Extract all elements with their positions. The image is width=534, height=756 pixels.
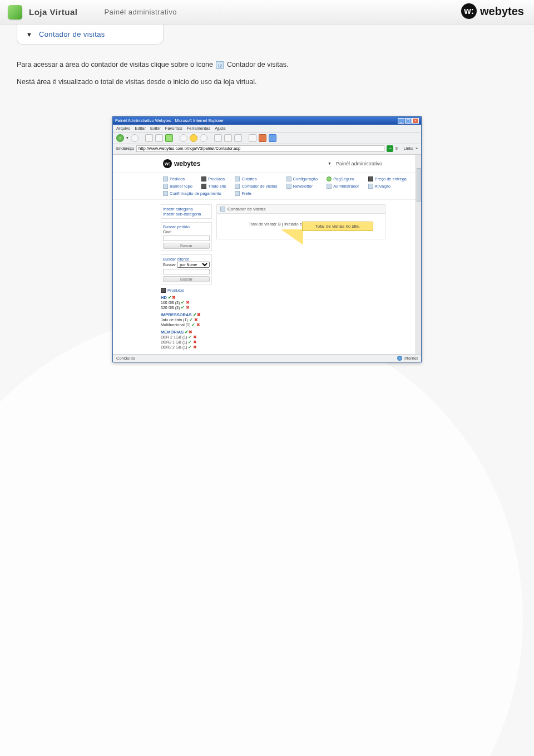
forward-icon[interactable] xyxy=(131,134,139,142)
history-icon[interactable] xyxy=(200,134,207,142)
callout-text: Total de visitas no site. xyxy=(315,224,360,229)
link-pedidos[interactable]: Pedidos xyxy=(163,176,192,181)
panel-logo-icon: w: xyxy=(163,159,172,168)
menu-ferramentas[interactable]: Ferramentas xyxy=(187,126,211,131)
visits-pre: Total de visitas: xyxy=(249,222,278,227)
link-banner[interactable]: Banner topo xyxy=(163,184,192,189)
buscar-cliente-label: Buscar cliente xyxy=(163,257,210,262)
panel-title: Painél administrativo xyxy=(104,8,176,16)
maximize-icon[interactable]: ▢ xyxy=(405,118,412,124)
section-label: Contador de visitas xyxy=(39,30,105,38)
link-configuracao[interactable]: Configuração xyxy=(286,176,318,181)
ie-title: Painél Administrativo Webytes - Microsof… xyxy=(115,118,224,123)
stop-icon[interactable] xyxy=(145,134,153,142)
brand-name: Loja Virtual xyxy=(29,7,77,17)
cod-label: Cod: xyxy=(163,229,210,234)
buscar-pedido-label: Buscar pedido xyxy=(163,224,210,229)
link-insert-cat[interactable]: Inserir categoria xyxy=(163,207,210,212)
check-icon[interactable]: ✔ xyxy=(168,295,172,300)
sidebar-buscar-pedido: Buscar pedido Cod: Buscar xyxy=(161,222,212,251)
ie-statusbar: Concluído Internet xyxy=(113,354,421,362)
ie-toolbar: ▾ xyxy=(113,132,421,144)
menu-favoritos[interactable]: Favoritos xyxy=(165,126,182,131)
tool-icon-1[interactable] xyxy=(249,134,256,142)
sidebar: Inserir categoria Inserir sub-categoria … xyxy=(161,204,212,350)
input-cliente[interactable] xyxy=(163,269,210,274)
ie-menubar: Arquivo Editar Exibir Favoritos Ferramen… xyxy=(113,125,421,132)
ie-titlebar: Painél Administrativo Webytes - Microsof… xyxy=(113,117,421,125)
callout-box: Total de visitas no site. xyxy=(302,222,373,231)
sidebar-produtos: Produtos HD ✔✖ 160 GB (3) ✔✖ 320 GB (3) … xyxy=(161,288,212,350)
app-logo-icon xyxy=(8,5,22,19)
link-pagseguro[interactable]: PagSeguro xyxy=(327,176,359,181)
menu-ajuda[interactable]: Ajuda xyxy=(215,126,225,131)
select-por-nome[interactable]: por Nome xyxy=(177,262,210,268)
panel-logo-text: webytes xyxy=(174,160,200,168)
link-admin[interactable]: Administrador xyxy=(327,184,359,189)
link-conf-pag[interactable]: Confirmação de pagamento xyxy=(163,191,226,196)
para1-pre: Para acessar a área do contador de visit… xyxy=(17,61,215,68)
links-label: Links xyxy=(404,146,414,151)
webytes-logo-text: webytes xyxy=(480,5,524,18)
cat-hd[interactable]: HD xyxy=(161,295,167,300)
para1-post: Contador de visitas. xyxy=(227,61,288,68)
cat-imp[interactable]: IMPRESSORAS xyxy=(161,312,191,317)
buscar-pedido-button[interactable]: Buscar xyxy=(163,243,210,249)
address-input[interactable] xyxy=(136,145,384,152)
panel-header: w: webytes ▼ Painél administrativo xyxy=(113,155,421,173)
edit-icon[interactable] xyxy=(234,134,242,142)
tool-icon-2[interactable] xyxy=(259,134,266,142)
link-titulo[interactable]: Título site xyxy=(201,184,226,189)
produtos-label: Produtos xyxy=(167,288,184,293)
counter-icon xyxy=(216,61,224,69)
chevron-down-icon: ▼ xyxy=(26,31,32,38)
top-bar: Loja Virtual Painél administrativo w: we… xyxy=(0,0,534,24)
cat-mem[interactable]: MEMÓRIAS xyxy=(161,330,184,335)
favorites-icon[interactable] xyxy=(190,134,197,142)
webytes-logo: w: webytes xyxy=(461,3,524,19)
main-header-label: Contador de visitas xyxy=(228,207,265,212)
produtos-icon xyxy=(161,288,166,293)
ie-address-bar: Endereço → Ir Links » xyxy=(113,144,421,155)
buscar-cliente-button[interactable]: Buscar xyxy=(163,276,210,282)
print-icon[interactable] xyxy=(224,134,232,142)
tool-icon-3[interactable] xyxy=(269,134,276,142)
link-newsletter[interactable]: Newsletter xyxy=(286,184,318,189)
minimize-icon[interactable]: _ xyxy=(398,118,404,124)
link-produtos[interactable]: Produtos xyxy=(201,176,226,181)
ie-content: w: webytes ▼ Painél administrativo Pedid… xyxy=(113,155,421,354)
link-clientes[interactable]: Clientes xyxy=(235,176,277,181)
refresh-icon[interactable] xyxy=(155,134,163,142)
search-icon[interactable] xyxy=(180,134,187,142)
section-tab[interactable]: ▼ Contador de visitas xyxy=(17,24,164,45)
input-cod[interactable] xyxy=(163,235,210,241)
status-right: Internet xyxy=(404,356,418,361)
go-icon[interactable]: → xyxy=(387,145,393,152)
vertical-scrollbar[interactable] xyxy=(416,155,421,354)
menu-arquivo[interactable]: Arquivo xyxy=(116,126,130,131)
mail-icon[interactable] xyxy=(214,134,222,142)
status-left: Concluído xyxy=(116,356,135,361)
screenshot-wrap: Painél Administrativo Webytes - Microsof… xyxy=(0,100,534,396)
callout-tail xyxy=(281,229,303,245)
main-header: Contador de visitas xyxy=(216,204,385,214)
link-insert-subcat[interactable]: Inserir sub-categoria xyxy=(163,212,210,217)
link-frete[interactable]: Frete xyxy=(235,191,277,196)
buscar-por-label: Buscar xyxy=(163,262,176,267)
ie-window: Painél Administrativo Webytes - Microsof… xyxy=(112,116,422,362)
link-contador[interactable]: Contador de visitas xyxy=(235,184,277,189)
back-icon[interactable] xyxy=(116,134,124,142)
chevron-down-icon[interactable]: ▼ xyxy=(328,161,332,165)
sidebar-buscar-cliente: Buscar cliente Buscar por Nome Buscar xyxy=(161,254,212,284)
close-icon[interactable]: × xyxy=(412,118,419,124)
addr-label: Endereço xyxy=(116,146,134,151)
counter-header-icon xyxy=(220,207,225,212)
link-preco-entrega[interactable]: Preço de entrega xyxy=(368,176,407,181)
panel-header-title: Painél administrativo xyxy=(336,161,382,166)
menu-exibir[interactable]: Exibir xyxy=(150,126,161,131)
delete-icon[interactable]: ✖ xyxy=(172,295,176,300)
sidebar-insert-cat: Inserir categoria Inserir sub-categoria xyxy=(161,204,212,219)
link-ativacao[interactable]: Ativação xyxy=(368,184,407,189)
home-icon[interactable] xyxy=(165,134,173,142)
menu-editar[interactable]: Editar xyxy=(135,126,146,131)
